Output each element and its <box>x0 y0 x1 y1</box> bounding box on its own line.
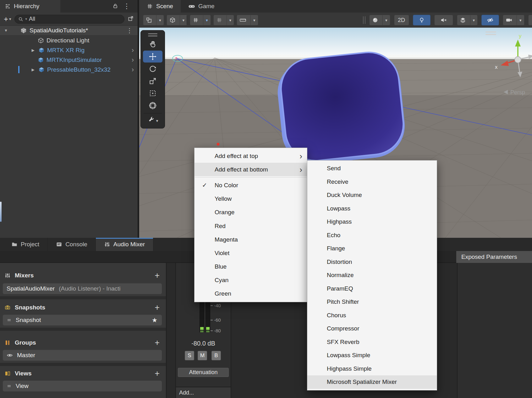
camera-icon <box>506 17 513 23</box>
submenu-item-distortion[interactable]: Distortion <box>307 255 437 269</box>
fold-closed-icon[interactable]: ▶ <box>30 48 36 52</box>
tree-row-mrtk-input-simulator[interactable]: MRTKInputSimulator › <box>0 55 138 65</box>
submenu-item-highpass[interactable]: Highpass <box>307 215 437 229</box>
tool-handle-rotation-button[interactable]: ▾ <box>167 15 188 25</box>
prefab-open-chevron-icon[interactable]: › <box>132 65 134 74</box>
palette-grip[interactable] <box>141 32 165 38</box>
snapshot-row[interactable]: Snapshot ★ <box>3 314 162 326</box>
submenu-item-echo[interactable]: Echo <box>307 229 437 242</box>
grid-snapping-button[interactable]: ▾ <box>190 15 211 25</box>
prefab-open-chevron-icon[interactable]: › <box>132 56 134 64</box>
create-object-button[interactable]: + ▾ <box>4 15 11 24</box>
eye-icon[interactable] <box>7 352 13 358</box>
scene-kebab-icon[interactable]: ⋮ <box>126 27 133 34</box>
view-name: View <box>16 383 29 390</box>
hierarchy-menu-kebab-icon[interactable]: ⋮ <box>123 2 130 10</box>
star-icon[interactable]: ★ <box>152 316 157 324</box>
submenu-item-sfx-reverb[interactable]: SFX Reverb <box>307 335 437 349</box>
submenu-item-duck-volume[interactable]: Duck Volume <box>307 188 437 202</box>
bypass-button[interactable]: B <box>211 351 221 360</box>
attenuation-effect-button[interactable]: Attenuation <box>178 368 229 377</box>
fold-closed-icon[interactable]: ▶ <box>30 68 36 72</box>
tab-game[interactable]: Game <box>181 0 222 13</box>
move-tool-button[interactable] <box>143 51 162 63</box>
add-group-button[interactable]: + <box>155 338 160 348</box>
tab-project[interactable]: Project <box>3 238 48 251</box>
tree-row-mrtk-xr-rig[interactable]: ▶ MRTK XR Rig › <box>0 45 138 55</box>
scene-audio-mute-button[interactable] <box>434 15 453 25</box>
submenu-item-pitch-shifter[interactable]: Pitch Shifter <box>307 295 437 309</box>
tab-scene[interactable]: Scene <box>139 0 181 13</box>
measure-tool-button[interactable]: ▾ <box>237 15 258 25</box>
custom-tool-caret-icon[interactable]: ▾ <box>156 118 158 123</box>
menu-item-red[interactable]: Red <box>195 219 307 233</box>
increment-snapping-button[interactable]: ▾ <box>213 15 234 25</box>
menu-item-green[interactable]: Green <box>195 287 307 301</box>
tool-handle-position-button[interactable]: ▾ <box>143 15 164 25</box>
submenu-item-chorus[interactable]: Chorus <box>307 309 437 322</box>
lock-icon[interactable] <box>112 3 118 10</box>
tab-hierarchy[interactable]: Hierarchy <box>0 0 60 13</box>
add-view-button[interactable]: + <box>155 369 160 379</box>
gizmo-center-ball[interactable] <box>515 57 521 63</box>
mute-button[interactable]: M <box>198 351 207 360</box>
custom-tool-button[interactable] <box>147 116 155 125</box>
tab-console[interactable]: Console <box>48 238 96 251</box>
menu-item-add-effect-bottom[interactable]: Add effect at bottom › <box>195 163 307 176</box>
add-mixer-button[interactable]: + <box>155 271 160 281</box>
prefab-open-chevron-icon[interactable]: › <box>132 46 134 54</box>
submenu-item-send[interactable]: Send <box>307 162 437 175</box>
fold-open-icon[interactable]: ▼ <box>3 28 9 33</box>
toggle-2d-button[interactable]: 2D <box>394 15 409 25</box>
view-row[interactable]: View <box>3 380 162 392</box>
submenu-item-normalize[interactable]: Normalize <box>307 269 437 282</box>
tab-audio-mixer[interactable]: Audio Mixer <box>96 238 153 251</box>
add-snapshot-button[interactable]: + <box>155 303 160 313</box>
move-gizmo-center[interactable] <box>217 143 220 146</box>
hierarchy-scrollbar[interactable] <box>0 202 2 222</box>
submenu-item-parameq[interactable]: ParamEQ <box>307 282 437 296</box>
mixer-row[interactable]: SpatialAudioMixer (Audio Listener) - Ina… <box>3 283 162 294</box>
scene-lighting-button[interactable] <box>413 15 431 25</box>
submenu-item-lowpass-simple[interactable]: Lowpass Simple <box>307 349 437 362</box>
search-input[interactable]: ▾ All <box>14 15 124 24</box>
scene-camera-settings-button[interactable]: ▾ <box>503 15 524 25</box>
group-row-master[interactable]: Master <box>3 350 162 361</box>
tree-row-scene-root[interactable]: ▼ SpatialAudioTutorials* ⋮ <box>0 26 138 35</box>
scene-toolbar-clipped-button[interactable] <box>528 15 532 25</box>
menu-item-add-effect-top[interactable]: Add effect at top › <box>195 149 307 163</box>
scene-visibility-button[interactable] <box>481 15 499 25</box>
scale-tool-button[interactable] <box>143 75 162 87</box>
rect-tool-button[interactable] <box>143 87 162 99</box>
menu-item-magenta[interactable]: Magenta <box>195 233 307 246</box>
popout-icon[interactable] <box>128 15 134 23</box>
add-effect-row[interactable]: Add... <box>176 387 231 398</box>
menu-item-cyan[interactable]: Cyan <box>195 274 307 287</box>
menu-item-orange[interactable]: Orange <box>195 206 307 219</box>
gizmos-visibility-button[interactable]: ▾ <box>369 15 390 25</box>
menu-item-violet[interactable]: Violet <box>195 246 307 260</box>
submenu-item-receive[interactable]: Receive <box>307 175 437 189</box>
submenu-item-compressor[interactable]: Compressor <box>307 322 437 335</box>
section-mixers: Mixers + <box>0 269 166 282</box>
menu-item-yellow[interactable]: Yellow <box>195 192 307 206</box>
rotate-tool-button[interactable] <box>143 63 162 75</box>
transform-tool-button[interactable] <box>143 100 162 112</box>
chevron-down-icon: ▾ <box>206 18 208 23</box>
scene-asset-icon <box>20 27 27 34</box>
console-icon <box>56 241 62 248</box>
chevron-down-icon: ▾ <box>159 18 161 23</box>
submenu-item-highpass-simple[interactable]: Highpass Simple <box>307 362 437 376</box>
tree-row-directional-light[interactable]: Directional Light <box>0 35 138 45</box>
scene-effects-button[interactable]: ▾ <box>457 15 478 25</box>
submenu-item-microsoft-spatializer-mixer[interactable]: Microsoft Spatializer Mixer <box>307 375 437 389</box>
submenu-item-lowpass[interactable]: Lowpass <box>307 202 437 215</box>
exposed-parameters-button[interactable]: Exposed Parameters <box>456 251 532 263</box>
submenu-item-flange[interactable]: Flange <box>307 242 437 255</box>
tree-row-pressable-button[interactable]: ▶ PressableButton_32x32 › <box>0 65 138 74</box>
tree-item-label: PressableButton_32x32 <box>47 66 111 73</box>
menu-item-no-color[interactable]: ✓ No Color <box>195 178 307 192</box>
solo-button[interactable]: S <box>185 351 194 360</box>
view-hand-tool-button[interactable] <box>143 38 162 50</box>
menu-item-blue[interactable]: Blue <box>195 260 307 274</box>
